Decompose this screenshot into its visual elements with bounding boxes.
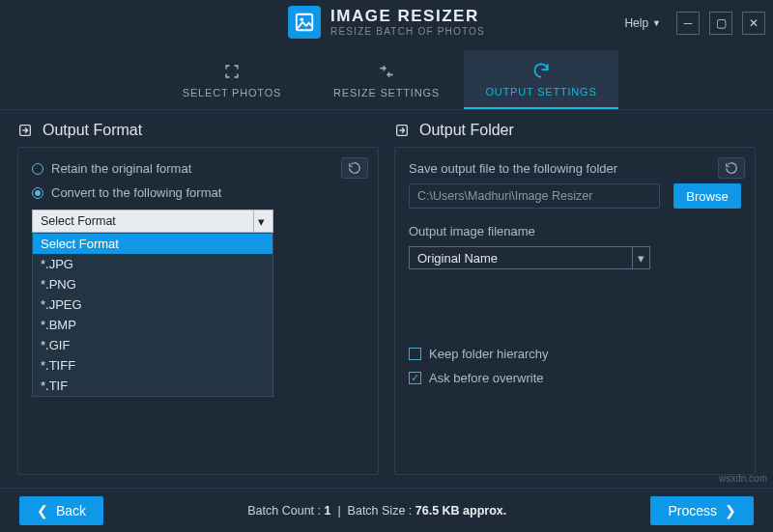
format-option[interactable]: *.PNG: [33, 274, 272, 294]
format-option[interactable]: *.JPG: [33, 254, 272, 274]
expand-icon: [222, 62, 242, 81]
radio-retain-format[interactable]: Retain the original format: [32, 161, 364, 176]
select-value: Original Name: [417, 251, 498, 266]
ask-overwrite-checkbox[interactable]: Ask before overwrite: [409, 371, 741, 385]
filename-select[interactable]: Original Name ▾: [409, 246, 650, 269]
chevron-right-icon: ❯: [725, 503, 736, 518]
tab-select-photos[interactable]: SELECT PHOTOS: [155, 50, 309, 109]
format-option[interactable]: *.TIF: [33, 376, 272, 396]
browse-button[interactable]: Browse: [673, 183, 741, 209]
folder-export-icon: [394, 123, 410, 138]
radio-icon: [32, 187, 43, 199]
back-button[interactable]: ❮ Back: [19, 496, 103, 525]
main-area: Output Format Retain the original format…: [0, 110, 773, 475]
reset-format-button[interactable]: [341, 157, 368, 179]
reset-folder-button[interactable]: [718, 157, 745, 179]
format-select[interactable]: Select Format ▾ Select Format *.JPG *.PN…: [32, 210, 273, 233]
filename-label: Output image filename: [409, 224, 741, 238]
footer-bar: ❮ Back Batch Count : 1 | Batch Size : 76…: [0, 488, 773, 532]
batch-size-value: 76.5 KB approx.: [415, 504, 506, 518]
app-logo-icon: [288, 6, 321, 39]
resize-icon: [377, 62, 396, 81]
button-label: Back: [56, 503, 86, 518]
batch-count-value: 1: [325, 504, 331, 518]
chevron-down-icon: ▾: [632, 247, 649, 268]
batch-info: Batch Count : 1 | Batch Size : 76.5 KB a…: [247, 504, 506, 518]
tab-label: RESIZE SETTINGS: [333, 87, 440, 98]
svg-point-1: [300, 17, 303, 21]
app-subtitle: RESIZE BATCH OF PHOTOS: [330, 26, 485, 37]
checkbox-label: Ask before overwrite: [429, 371, 544, 385]
watermark: wsxdn.com: [719, 473, 767, 484]
app-brand: IMAGE RESIZER RESIZE BATCH OF PHOTOS: [288, 6, 485, 39]
close-button[interactable]: ✕: [742, 12, 765, 35]
tab-bar: SELECT PHOTOS RESIZE SETTINGS OUTPUT SET…: [0, 50, 773, 110]
radio-convert-format[interactable]: Convert to the following format: [32, 185, 364, 200]
tab-output-settings[interactable]: OUTPUT SETTINGS: [464, 50, 618, 109]
undo-icon: [348, 161, 361, 175]
output-folder-panel: Output Folder Save output file to the fo…: [394, 122, 756, 475]
format-option[interactable]: *.GIF: [33, 335, 272, 355]
tab-label: OUTPUT SETTINGS: [485, 86, 596, 98]
undo-icon: [725, 161, 738, 175]
select-value: Select Format: [41, 214, 116, 228]
format-option[interactable]: *.BMP: [33, 315, 272, 335]
panel-title: Output Folder: [419, 122, 514, 139]
process-button[interactable]: Process ❯: [650, 496, 754, 525]
tab-label: SELECT PHOTOS: [183, 87, 281, 98]
chevron-down-icon: ▾: [253, 210, 269, 232]
radio-label: Retain the original format: [51, 161, 191, 176]
radio-label: Convert to the following format: [51, 185, 221, 200]
panel-title: Output Format: [43, 122, 142, 139]
output-format-panel: Output Format Retain the original format…: [17, 122, 379, 475]
keep-hierarchy-checkbox[interactable]: Keep folder hierarchy: [409, 347, 741, 361]
save-folder-label: Save output file to the following folder: [409, 161, 741, 176]
checkbox-icon: [409, 348, 421, 360]
batch-count-label: Batch Count :: [247, 504, 321, 518]
help-menu[interactable]: Help ▼: [618, 13, 667, 34]
refresh-icon: [531, 61, 551, 80]
format-option[interactable]: Select Format: [33, 234, 272, 254]
format-dropdown: Select Format *.JPG *.PNG *.JPEG *.BMP *…: [32, 233, 273, 397]
maximize-button[interactable]: ▢: [709, 12, 732, 35]
output-path-input[interactable]: [409, 183, 660, 209]
help-label: Help: [624, 16, 648, 30]
chevron-down-icon: ▼: [652, 18, 661, 28]
title-bar: IMAGE RESIZER RESIZE BATCH OF PHOTOS Hel…: [0, 0, 773, 46]
format-option[interactable]: *.TIFF: [33, 355, 272, 376]
export-icon: [17, 123, 33, 138]
minimize-button[interactable]: ─: [676, 12, 700, 35]
batch-size-label: Batch Size :: [348, 504, 413, 518]
app-title: IMAGE RESIZER: [330, 8, 485, 26]
checkbox-label: Keep folder hierarchy: [429, 347, 549, 361]
chevron-left-icon: ❮: [37, 503, 48, 518]
format-option[interactable]: *.JPEG: [33, 294, 272, 315]
button-label: Process: [668, 503, 717, 518]
checkbox-icon: [409, 372, 421, 384]
tab-resize-settings[interactable]: RESIZE SETTINGS: [309, 50, 464, 109]
radio-icon: [32, 163, 43, 175]
